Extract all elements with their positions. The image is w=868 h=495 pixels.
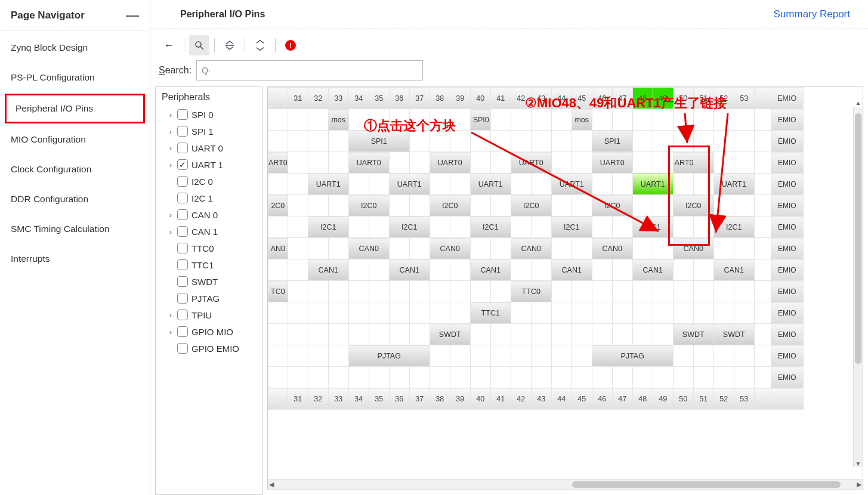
nav-item-smc-timing-calculation[interactable]: SMC Timing Calculation (0, 214, 150, 244)
block-i2c1-52[interactable]: I2C1 (713, 216, 754, 238)
peripheral-item-ttc0[interactable]: TTC0 (156, 240, 262, 256)
block-uart1-44[interactable]: UART1 (551, 174, 592, 195)
search-toggle-button[interactable] (189, 35, 209, 55)
checkbox[interactable] (177, 326, 188, 337)
block-i2c1-32[interactable]: I2C1 (308, 216, 348, 238)
checkbox[interactable] (177, 109, 188, 120)
nav-item-clock-configuration[interactable]: Clock Configuration (0, 154, 150, 184)
peripheral-item-pjtag[interactable]: PJTAG (156, 290, 262, 307)
block-lead-ttc0[interactable]: TC0 (268, 281, 288, 302)
pin-grid-scroll[interactable]: 3132333435363738394041424344454647484950… (268, 87, 863, 479)
checkbox[interactable] (177, 243, 188, 253)
block-lead-i2c0[interactable]: 2C0 (268, 195, 288, 216)
checkbox[interactable] (177, 209, 188, 220)
peripheral-item-can-0[interactable]: ›CAN 0 (156, 206, 262, 223)
block-uart1-40[interactable]: UART1 (470, 174, 511, 195)
emio-cell-spi0[interactable]: EMIO (771, 109, 803, 131)
peripheral-item-i2c-0[interactable]: I2C 0 (156, 173, 262, 190)
peripheral-item-gpio-mio[interactable]: ›GPIO MIO (156, 323, 262, 340)
block-i2c1-36[interactable]: I2C1 (389, 216, 430, 238)
block-uart0-38[interactable]: UART0 (430, 152, 470, 174)
block-swdt-38[interactable]: SWDT (430, 324, 470, 345)
checkbox[interactable] (177, 143, 188, 153)
block-uart1-52[interactable]: UART1 (713, 174, 754, 195)
collapse-all-button[interactable] (220, 35, 240, 55)
emio-cell-spi1[interactable]: EMIO (771, 131, 803, 152)
block-uart0-46[interactable]: UART0 (592, 152, 632, 174)
block-can1-44[interactable]: CAN1 (551, 259, 592, 281)
block-uart0-42[interactable]: UART0 (511, 152, 551, 174)
checkbox[interactable] (177, 310, 188, 320)
summary-report-link[interactable]: Summary Report (774, 8, 850, 20)
block-i2c1-40[interactable]: I2C1 (470, 216, 511, 238)
peripheral-item-uart-1[interactable]: ›✓UART 1 (156, 156, 262, 173)
nav-item-mio-configuration[interactable]: MIO Configuration (0, 125, 150, 154)
checkbox[interactable] (177, 176, 188, 187)
block-can1-36[interactable]: CAN1 (389, 259, 430, 281)
checkbox[interactable]: ✓ (177, 159, 188, 170)
checkbox[interactable] (177, 126, 188, 137)
block-uart1-48[interactable]: UART1 (632, 174, 673, 195)
block-pjtag-34[interactable]: PJTAG (348, 345, 430, 367)
block-i2c0-46[interactable]: I2C0 (592, 195, 632, 216)
horizontal-scrollbar[interactable]: ◀▶ (268, 479, 863, 490)
expand-all-button[interactable] (250, 35, 270, 55)
checkbox[interactable] (177, 259, 188, 270)
emio-cell-ttc0[interactable]: EMIO (771, 281, 803, 302)
block-i2c0-50[interactable]: I2C0 (673, 195, 713, 216)
block-uart0-34[interactable]: UART0 (348, 152, 389, 174)
block-can0-34[interactable]: CAN0 (348, 238, 389, 259)
block-can1-40[interactable]: CAN1 (470, 259, 511, 281)
peripheral-item-spi-1[interactable]: ›SPI 1 (156, 123, 262, 140)
block-spi0-45[interactable]: mos (572, 109, 592, 131)
emio-cell-can0[interactable]: EMIO (771, 238, 803, 259)
block-lead-uart0[interactable]: ART0 (268, 152, 288, 174)
nav-item-zynq-block-design[interactable]: Zynq Block Design (0, 33, 150, 63)
checkbox[interactable] (177, 293, 188, 304)
peripheral-item-can-1[interactable]: ›CAN 1 (156, 223, 262, 240)
emio-cell-pjtag[interactable]: EMIO (771, 345, 803, 367)
block-can0-50[interactable]: CAN0 (673, 238, 713, 259)
block-can1-52[interactable]: CAN1 (713, 259, 754, 281)
block-swdt-52[interactable]: SWDT (713, 324, 754, 345)
block-ttc1-40[interactable]: TTC1 (470, 302, 511, 324)
peripheral-item-swdt[interactable]: SWDT (156, 273, 262, 290)
nav-item-interrupts[interactable]: Interrupts (0, 244, 150, 274)
emio-cell-swdt[interactable]: EMIO (771, 324, 803, 345)
emio-cell-can1[interactable]: EMIO (771, 259, 803, 281)
search-input[interactable]: Q· (196, 60, 423, 81)
block-i2c0-38[interactable]: I2C0 (430, 195, 470, 216)
checkbox[interactable] (177, 343, 188, 354)
errors-button[interactable]: ! (280, 35, 301, 55)
peripheral-item-ttc1[interactable]: TTC1 (156, 256, 262, 273)
emio-cell-i2c1[interactable]: EMIO (771, 216, 803, 238)
nav-item-ddr-configuration[interactable]: DDR Configuration (0, 184, 150, 214)
block-i2c0-42[interactable]: I2C0 (511, 195, 551, 216)
emio-cell-ttc1[interactable]: EMIO (771, 302, 803, 324)
emio-cell-tpiu_spare[interactable]: EMIO (771, 367, 803, 388)
block-can0-46[interactable]: CAN0 (592, 238, 632, 259)
block-spi0-40[interactable]: SPI0 (470, 109, 490, 131)
block-spi0-33[interactable]: mos (328, 109, 348, 131)
block-can1-48[interactable]: CAN1 (632, 259, 673, 281)
checkbox[interactable] (177, 193, 188, 203)
nav-item-ps-pl-configuration[interactable]: PS-PL Configuration (0, 63, 150, 92)
sidebar-collapse-icon[interactable]: — (126, 12, 139, 19)
block-i2c0-34[interactable]: I2C0 (348, 195, 389, 216)
emio-cell-uart1[interactable]: EMIO (771, 174, 803, 195)
block-i2c1-44[interactable]: I2C1 (551, 216, 592, 238)
block-ttc0-42[interactable]: TTC0 (511, 281, 551, 302)
checkbox[interactable] (177, 276, 188, 287)
block-can0-42[interactable]: CAN0 (511, 238, 551, 259)
block-spi1-34[interactable]: SPI1 (348, 131, 409, 152)
block-can1-32[interactable]: CAN1 (308, 259, 348, 281)
emio-cell-uart0[interactable]: EMIO (771, 152, 803, 174)
back-button[interactable]: ← (159, 35, 179, 55)
block-uart1-32[interactable]: UART1 (308, 174, 348, 195)
block-i2c1-48[interactable]: I2C1 (632, 216, 673, 238)
peripheral-item-tpiu[interactable]: ›TPIU (156, 307, 262, 323)
peripheral-item-uart-0[interactable]: ›UART 0 (156, 140, 262, 156)
block-uart0-50[interactable]: ART0 (673, 152, 713, 174)
block-can0-38[interactable]: CAN0 (430, 238, 470, 259)
peripheral-item-spi-0[interactable]: ›SPI 0 (156, 106, 262, 123)
